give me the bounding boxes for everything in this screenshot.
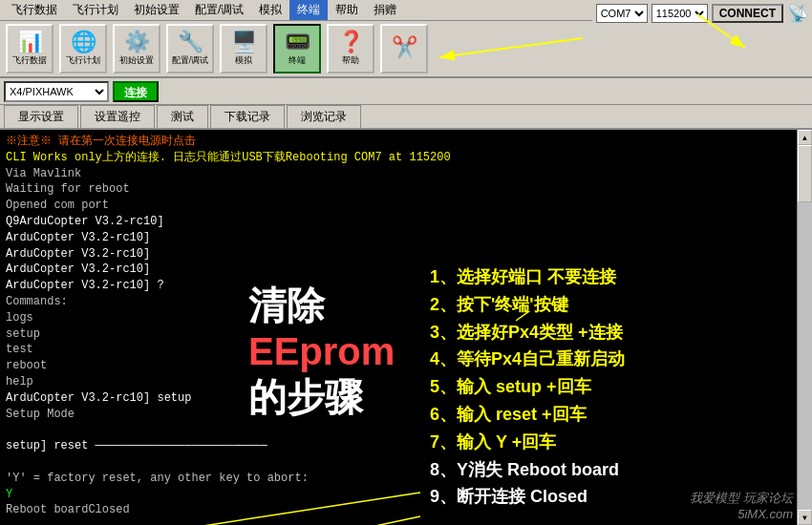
flight-data-icon: 📊 <box>17 32 43 52</box>
config-icon: 🔧 <box>178 32 203 52</box>
tab-browse-log[interactable]: 浏览记录 <box>287 105 361 128</box>
simulate-icon: 🖥️ <box>231 32 257 52</box>
flight-plan-icon: 🌐 <box>71 32 96 52</box>
scroll-track[interactable] <box>798 145 812 510</box>
scroll-thumb[interactable] <box>798 145 812 202</box>
menu-item-help[interactable]: 帮助 <box>328 0 366 20</box>
terminal-line-5: Q9ArduCopter V3.2-rc10] <box>6 214 791 230</box>
terminal-notice: ※注意※ 请在第一次连接电源时点击 <box>6 134 791 150</box>
watermark-subtext: 5iMX.com <box>690 507 793 521</box>
toolbar: 📊 飞行数据 🌐 飞行计划 ⚙️ 初始设置 🔧 配置/调试 🖥️ 模拟 📟 终端… <box>0 21 812 78</box>
top-right-controls: COM7 115200 CONNECT 📡 <box>592 0 812 26</box>
toolbar-btn-terminal[interactable]: 📟 终端 <box>273 24 321 74</box>
terminal-line-19: setup] reset ───────────────────────── <box>6 438 791 454</box>
svg-line-1 <box>439 38 583 57</box>
terminal-line-17: Setup Mode <box>6 407 791 423</box>
terminal-line-4: Opened com port <box>6 198 791 214</box>
arrow-to-terminal <box>430 29 621 72</box>
tab-download-log[interactable]: 下载记录 <box>210 105 285 128</box>
second-toolbar: X4/PIXHAWK 连接 断开连接 <box>0 78 812 105</box>
terminal-line-10: Commands: <box>6 294 791 310</box>
menu-item-flight-plan[interactable]: 飞行计划 <box>65 0 126 20</box>
terminal-line-1: CLI Works only上方的连接. 日志只能通过USB下载Rebootin… <box>6 150 791 166</box>
terminal-icon: 📟 <box>285 32 310 52</box>
toolbar-btn-flight-plan[interactable]: 🌐 飞行计划 <box>59 24 107 74</box>
menu-item-terminal[interactable]: 终端 <box>289 0 328 20</box>
terminal-line-16: ArduCopter V3.2-rc10] setup <box>6 390 791 407</box>
menu-item-flight-data[interactable]: 飞行数据 <box>4 0 65 20</box>
terminal-panel: ※注意※ 请在第一次连接电源时点击 CLI Works only上方的连接. 日… <box>0 130 797 525</box>
terminal-line-3: Waiting for reboot <box>6 181 791 198</box>
terminal-line-2: Via Mavlink <box>6 166 791 182</box>
terminal-line-21: 'Y' = factory reset, any other key to ab… <box>6 471 791 487</box>
menu-item-initial-setup[interactable]: 初始设置 <box>126 0 187 20</box>
toolbar-label-flight-data: 飞行数据 <box>12 54 47 67</box>
scroll-up-button[interactable]: ▲ <box>798 130 812 145</box>
toolbar-label-help: 帮助 <box>342 54 359 67</box>
terminal-scrollbar[interactable]: ▲ ▼ <box>797 130 812 525</box>
baud-rate-select[interactable]: 115200 <box>652 4 708 23</box>
tab-remote-settings[interactable]: 设置遥控 <box>80 105 155 128</box>
extra-icon: ✂️ <box>392 37 417 58</box>
terminal-line-11: logs <box>6 310 791 326</box>
terminal-line-7: ArduCopter V3.2-rc10] <box>6 246 791 262</box>
terminal-line-22: Y <box>6 487 791 503</box>
terminal-line-12: setup <box>6 326 791 343</box>
toolbar-btn-help[interactable]: ❓ 帮助 <box>327 24 374 74</box>
connect-button-2[interactable]: 连接 <box>113 81 159 102</box>
menu-item-simulate[interactable]: 模拟 <box>251 0 289 20</box>
connect-button[interactable]: CONNECT <box>712 4 783 23</box>
tab-test[interactable]: 测试 <box>157 105 208 128</box>
terminal-line-9: ArduCopter V3.2-rc10] ? <box>6 278 791 294</box>
toolbar-label-config: 配置/调试 <box>172 54 209 67</box>
terminal-line-15: help <box>6 374 791 390</box>
terminal-line-23: Reboot boardClosed <box>6 502 791 518</box>
toolbar-label-flight-plan: 飞行计划 <box>66 54 100 67</box>
toolbar-btn-config[interactable]: 🔧 配置/调试 <box>166 24 214 74</box>
terminal-line-6: ArduCopter V3.2-rc10] <box>6 230 791 246</box>
com-port-select[interactable]: COM7 <box>596 4 648 23</box>
terminal-line-13: test <box>6 342 791 358</box>
menu-item-donate[interactable]: 捐赠 <box>366 0 404 20</box>
toolbar-label-initial-setup: 初始设置 <box>119 54 154 67</box>
tab-display-settings[interactable]: 显示设置 <box>4 105 78 128</box>
help-icon: ❓ <box>338 32 364 52</box>
toolbar-btn-extra[interactable]: ✂️ <box>380 24 428 74</box>
tab-bar: 显示设置 设置遥控 测试 下载记录 浏览记录 <box>0 105 812 130</box>
watermark-text: 我爱模型 玩家论坛 <box>690 491 793 505</box>
scroll-down-button[interactable]: ▼ <box>798 510 812 525</box>
main-area: ※注意※ 请在第一次连接电源时点击 CLI Works only上方的连接. 日… <box>0 130 812 525</box>
px4-type-select[interactable]: X4/PIXHAWK <box>4 81 109 102</box>
toolbar-btn-initial-setup[interactable]: ⚙️ 初始设置 <box>113 24 160 74</box>
menu-item-config[interactable]: 配置/调试 <box>187 0 251 20</box>
watermark: 我爱模型 玩家论坛 5iMX.com <box>690 490 793 521</box>
toolbar-btn-simulate[interactable]: 🖥️ 模拟 <box>220 24 267 74</box>
terminal-line-20 <box>6 454 791 471</box>
initial-setup-icon: ⚙️ <box>124 32 150 52</box>
terminal-line-18 <box>6 422 791 438</box>
terminal-line-14: reboot <box>6 358 791 374</box>
toolbar-btn-flight-data[interactable]: 📊 飞行数据 <box>6 24 53 74</box>
terminal-line-8: ArduCopter V3.2-rc10] <box>6 262 791 278</box>
toolbar-label-terminal: 终端 <box>288 54 306 67</box>
antenna-icon: 📡 <box>787 3 808 24</box>
toolbar-label-simulate: 模拟 <box>235 54 252 67</box>
